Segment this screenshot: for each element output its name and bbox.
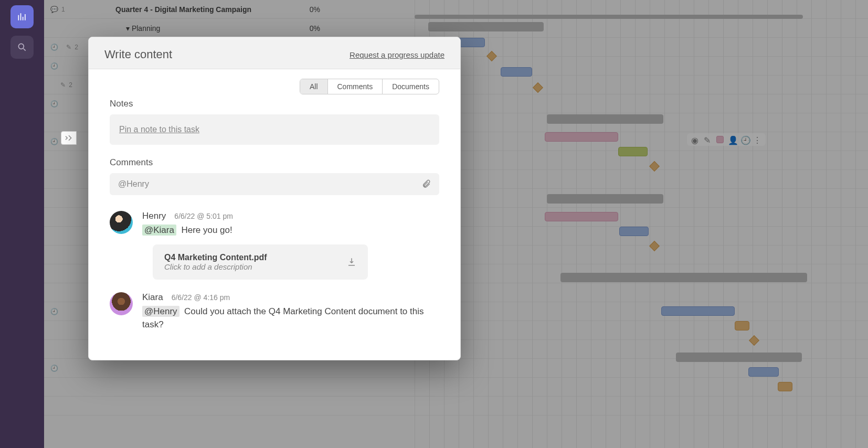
side-handle[interactable] [61, 131, 77, 145]
avatar [110, 292, 133, 315]
avatar [110, 211, 133, 234]
tab-all[interactable]: All [300, 79, 327, 94]
comment-author: Henry [142, 211, 166, 221]
search-icon-button[interactable] [10, 36, 34, 59]
modal-header: Write content Request a progress update [89, 37, 460, 69]
file-description[interactable]: Click to add a description [164, 262, 267, 271]
mention[interactable]: @Henry [142, 306, 179, 317]
comment-time: 6/6/22 @ 5:01 pm [174, 212, 233, 220]
comments-label: Comments [110, 157, 439, 168]
comment-item: Henry 6/6/22 @ 5:01 pm @Kiara Here you g… [110, 211, 439, 280]
comment-text: Here you go! [181, 225, 232, 235]
attachment-card[interactable]: Q4 Marketing Content.pdf Click to add a … [153, 244, 368, 280]
comment-input[interactable]: @Henry [110, 173, 439, 195]
notes-label: Notes [110, 99, 439, 109]
task-detail-modal: Write content Request a progress update … [88, 37, 461, 360]
tab-documents[interactable]: Documents [382, 79, 439, 94]
comment-time: 6/6/22 @ 4:16 pm [172, 293, 230, 302]
tab-comments[interactable]: Comments [327, 79, 383, 94]
notes-box[interactable]: Pin a note to this task [110, 114, 439, 145]
tab-segment: All Comments Documents [300, 79, 439, 94]
comment-placeholder: @Henry [118, 179, 149, 189]
gantt-icon-button[interactable] [10, 5, 34, 28]
svg-point-0 [18, 44, 24, 49]
pin-note-link[interactable]: Pin a note to this task [119, 125, 199, 134]
modal-title: Write content [104, 48, 172, 61]
download-icon[interactable] [347, 257, 356, 266]
comment-author: Kiara [142, 292, 163, 303]
comment-text: Could you attach the Q4 Marketing Conten… [142, 306, 424, 330]
app-sidebar [0, 0, 44, 448]
mention[interactable]: @Kiara [142, 225, 176, 236]
attach-icon[interactable] [421, 179, 431, 189]
request-progress-link[interactable]: Request a progress update [350, 50, 444, 59]
comment-item: Kiara 6/6/22 @ 4:16 pm @Henry Could you … [110, 292, 439, 332]
file-name: Q4 Marketing Content.pdf [164, 253, 267, 262]
